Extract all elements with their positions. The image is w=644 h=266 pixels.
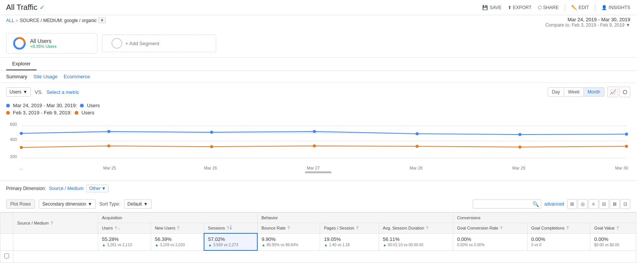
insights-button[interactable]: 👤 INSIGHTS xyxy=(601,5,630,10)
totals-users-cell: 55.28% ▲ 3,281 vs 2,113 xyxy=(98,233,151,250)
totals-source-medium-cell xyxy=(13,233,98,250)
metric-label: Users xyxy=(10,89,21,95)
segment-card-all-users[interactable]: All Users +0.35% Users xyxy=(6,33,97,54)
page-title: All Traffic xyxy=(6,3,37,12)
orange-dot xyxy=(6,111,10,115)
source-help-icon: ? xyxy=(51,221,53,225)
goal-value-col-header[interactable]: Goal Value ? xyxy=(590,223,636,234)
date-dropdown-icon[interactable]: ▼ xyxy=(626,22,630,28)
svg-point-15 xyxy=(625,133,628,136)
metric-dropdown[interactable]: Users ▼ xyxy=(6,87,31,97)
list-view-button[interactable]: ≡ xyxy=(588,199,598,209)
svg-point-19 xyxy=(313,144,316,147)
insights-label: INSIGHTS xyxy=(609,5,630,10)
segment-pct: +0.35% Users xyxy=(30,44,56,49)
date-range: Mar 24, 2019 - Mar 30, 2019 Compare to: … xyxy=(539,15,636,29)
verified-icon: ✓ xyxy=(40,4,45,11)
week-button[interactable]: Week xyxy=(564,88,583,96)
save-button[interactable]: 💾 SAVE xyxy=(482,5,501,10)
day-button[interactable]: Day xyxy=(548,88,564,96)
action-divider-2 xyxy=(595,4,595,11)
goal-completions-col-header[interactable]: Goal Completions ? xyxy=(527,223,590,234)
avg-session-col-header[interactable]: Avg. Session Duration ? xyxy=(379,223,453,234)
svg-text:...: ... xyxy=(19,166,23,170)
checkbox-col-header xyxy=(0,213,13,234)
source-medium-col-header: Source / Medium ? xyxy=(13,213,98,234)
plot-rows-button[interactable]: Plot Rows xyxy=(6,200,35,209)
primary-date[interactable]: Mar 24, 2019 - Mar 30, 2019 xyxy=(545,17,630,22)
tab-explorer[interactable]: Explorer xyxy=(6,58,37,70)
totals-checkbox-cell xyxy=(0,233,13,250)
totals-avg-session-cell: 56.11% ▲ 00:01:10 vs 00:00:45 xyxy=(379,233,453,250)
share-label: SHARE xyxy=(543,5,559,10)
other-dropdown[interactable]: Other ▼ xyxy=(86,185,108,192)
svg-text:Mar 27: Mar 27 xyxy=(307,166,320,170)
compare-date: Compare to: Feb 3, 2019 - Feb 9, 2019 ▼ xyxy=(545,22,630,28)
totals-new-users-cell: 56.39% ▲ 3,159 vs 2,020 xyxy=(151,233,204,250)
edit-button[interactable]: ✏️ EDIT xyxy=(571,5,589,10)
legend-row2-date: Feb 3, 2019 - Feb 9, 2019: xyxy=(13,110,72,116)
segment-name: All Users xyxy=(30,38,56,44)
pages-session-col-header[interactable]: Pages / Session ? xyxy=(320,223,379,234)
svg-point-20 xyxy=(416,145,419,148)
month-button[interactable]: Month xyxy=(584,88,604,96)
circle-view-button[interactable]: ◎ xyxy=(578,199,588,209)
breadcrumb-dropdown[interactable]: ▼ xyxy=(98,17,106,23)
users-col-header[interactable]: Users ? ↓ xyxy=(98,223,151,234)
metric-dropdown-arrow: ▼ xyxy=(23,89,27,95)
goal-conv-rate-col-header[interactable]: Goal Conversion Rate ? xyxy=(453,223,528,234)
advanced-link[interactable]: advanced xyxy=(544,201,564,207)
explorer-tab-row: Explorer xyxy=(0,58,636,71)
acquisition-header: Acquisition xyxy=(98,213,257,223)
bounce-rate-col-header[interactable]: Bounce Rate ? xyxy=(257,223,320,234)
secondary-dim-arrow: ▼ xyxy=(88,201,92,207)
new-users-col-header[interactable]: New Users ? xyxy=(151,223,204,234)
svg-point-12 xyxy=(313,130,316,133)
chart-legend: Mar 24, 2019 - Mar 30, 2019: Users Feb 3… xyxy=(0,101,636,120)
secondary-dimension-dropdown[interactable]: Secondary dimension ▼ xyxy=(39,200,96,209)
header-actions: 💾 SAVE ⬆ EXPORT ⬡ SHARE ✏️ EDIT xyxy=(482,4,630,11)
export-button[interactable]: ⬆ EXPORT xyxy=(508,5,532,10)
insights-icon: 👤 xyxy=(601,5,607,10)
sort-dropdown[interactable]: Default ▼ xyxy=(124,200,151,209)
pivot-view-button[interactable]: ⊠ xyxy=(610,199,620,209)
share-button[interactable]: ⬡ SHARE xyxy=(538,5,559,10)
save-label: SAVE xyxy=(489,5,501,10)
svg-point-22 xyxy=(625,145,628,148)
breadcrumb-all[interactable]: ALL xyxy=(6,18,14,23)
sub-tabs: Summary Site Usage Ecommerce xyxy=(0,71,636,83)
svg-text:400: 400 xyxy=(10,137,17,142)
tab-site-usage[interactable]: Site Usage xyxy=(33,74,58,79)
totals-row: 55.28% ▲ 3,281 vs 2,113 56.39% ▲ 3,159 v… xyxy=(0,233,636,250)
add-segment-label: + Add Segment xyxy=(125,41,159,46)
tab-ecommerce[interactable]: Ecommerce xyxy=(64,74,90,79)
legend-row1-date: Mar 24, 2019 - Mar 30, 2019: xyxy=(13,103,77,108)
grid-view-button[interactable]: ⊞ xyxy=(567,199,577,209)
tab-summary[interactable]: Summary xyxy=(6,74,27,79)
orange-dot-2 xyxy=(75,111,78,115)
svg-point-14 xyxy=(518,133,521,136)
search-input[interactable] xyxy=(473,200,541,209)
svg-text:200: 200 xyxy=(10,154,17,159)
primary-dimension: Primary Dimension: Source / Medium Other… xyxy=(0,180,636,196)
compare-view-button[interactable]: ⊟ xyxy=(599,199,609,209)
vs-label: VS. xyxy=(35,89,43,95)
export-label: EXPORT xyxy=(513,5,532,10)
select-metric-link[interactable]: Select a metric xyxy=(46,89,79,95)
blue-dot-2 xyxy=(80,104,84,108)
line-chart-button[interactable]: 📈 xyxy=(607,87,618,97)
add-segment-button[interactable]: + Add Segment xyxy=(102,35,216,52)
view-buttons: ⊞ ◎ ≡ ⊟ ⊠ ⊡ xyxy=(567,199,630,209)
chart-svg: 600 400 200 xyxy=(6,120,630,173)
data-row-1 xyxy=(0,250,636,262)
row1-checkbox[interactable] xyxy=(0,250,13,262)
pie-chart-button[interactable]: ⬡ xyxy=(620,87,630,97)
svg-point-10 xyxy=(107,130,110,133)
legend-row1-metric: Users xyxy=(87,103,100,108)
svg-point-13 xyxy=(416,132,419,135)
breadcrumb: ALL » SOURCE / MEDIUM: google / organic … xyxy=(0,15,112,25)
scatter-view-button[interactable]: ⊡ xyxy=(620,199,630,209)
source-medium-link[interactable]: Source / Medium xyxy=(49,186,84,191)
primary-dim-label: Primary Dimension: xyxy=(6,186,46,191)
search-input-wrap: 🔍 xyxy=(473,200,541,209)
